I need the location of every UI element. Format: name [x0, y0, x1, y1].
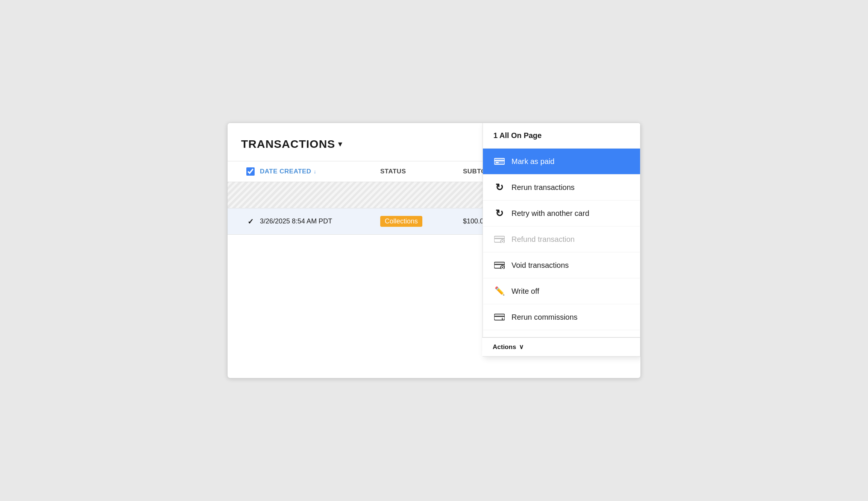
row-date-text: 3/26/2025 8:54 AM PDT	[260, 217, 332, 225]
page-title: TRANSACTIONS	[241, 138, 335, 150]
rerun-transactions-label: Rerun transactions	[511, 183, 575, 192]
status-label: STATUS	[380, 168, 406, 175]
bottom-actions-label: Actions	[493, 343, 516, 351]
title-chevron-icon: ▾	[338, 139, 342, 149]
retry-another-card-label: Retry with another card	[511, 209, 589, 218]
dropdown-header: 1 All On Page	[483, 123, 640, 149]
mark-as-paid-item[interactable]: Mark as paid	[483, 149, 640, 175]
rerun-transactions-item[interactable]: ↻ Rerun transactions	[483, 175, 640, 200]
mark-as-paid-label: Mark as paid	[511, 157, 555, 166]
svg-rect-0	[494, 158, 505, 164]
date-created-col-header: DATE CREATED ↓	[260, 168, 380, 175]
sort-arrow-icon[interactable]: ↓	[314, 169, 316, 175]
void-transactions-icon	[493, 259, 505, 271]
bottom-actions-bar[interactable]: Actions ∨	[482, 337, 640, 356]
row-checkmark-icon: ✓	[247, 217, 254, 226]
bottom-chevron-icon: ∨	[519, 343, 524, 351]
title-area: TRANSACTIONS ▾	[241, 138, 476, 150]
svg-rect-14	[494, 314, 505, 320]
refund-transaction-label: Refund transaction	[511, 235, 575, 244]
svg-rect-3	[496, 162, 499, 163]
write-off-icon: ✏️	[493, 285, 505, 297]
void-transactions-label: Void transactions	[511, 261, 569, 270]
void-transactions-item[interactable]: Void transactions	[483, 252, 640, 278]
row-status-col: Collections	[380, 216, 463, 227]
main-container: TRANSACTIONS ▾ + New Transaction Actions…	[227, 123, 641, 378]
select-all-checkbox[interactable]	[246, 167, 255, 176]
write-off-label: Write off	[511, 287, 539, 296]
refund-transaction-icon	[493, 233, 505, 245]
row-checkbox-col: ✓	[241, 217, 260, 226]
date-created-label: DATE CREATED	[260, 168, 311, 175]
dropdown-count-label: 1 All On Page	[493, 131, 542, 140]
row-date-col: 3/26/2025 8:54 AM PDT	[260, 217, 380, 225]
retry-another-card-item[interactable]: ↻ Retry with another card	[483, 200, 640, 226]
status-col-header: STATUS	[380, 168, 463, 175]
retry-another-card-icon: ↻	[493, 207, 505, 219]
rerun-transactions-icon: ↻	[493, 181, 505, 193]
status-badge: Collections	[380, 216, 422, 227]
rerun-commissions-item[interactable]: Rerun commissions	[483, 304, 640, 330]
mark-as-paid-icon	[493, 155, 505, 167]
rerun-commissions-icon	[493, 311, 505, 323]
rerun-commissions-label: Rerun commissions	[511, 313, 578, 322]
actions-dropdown: 1 All On Page Mark as paid ↻ Rerun trans…	[483, 123, 640, 357]
write-off-item[interactable]: ✏️ Write off	[483, 278, 640, 304]
refund-transaction-item: Refund transaction	[483, 226, 640, 252]
header-checkbox-col	[241, 167, 260, 176]
